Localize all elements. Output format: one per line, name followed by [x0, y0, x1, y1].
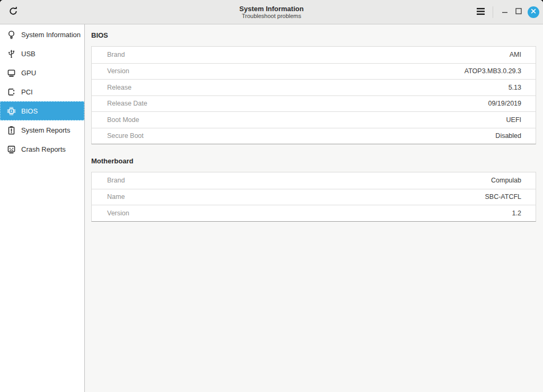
table-row: Brand Compulab: [92, 172, 536, 189]
sidebar: System Information USB GPU PCI BIOS Syst…: [0, 24, 85, 392]
info-table: Brand AMI Version ATOP3.MB3.0.29.3 Relea…: [91, 46, 536, 144]
table-row: Version ATOP3.MB3.0.29.3: [92, 63, 536, 80]
sidebar-item-bios[interactable]: BIOS: [0, 101, 84, 120]
sidebar-item-usb[interactable]: USB: [0, 44, 84, 63]
row-label: Release: [107, 84, 132, 91]
row-label: Brand: [107, 177, 125, 184]
sidebar-item-gpu[interactable]: GPU: [0, 63, 84, 82]
refresh-button[interactable]: [4, 3, 22, 21]
monitor-icon: [7, 68, 16, 77]
row-label: Version: [107, 67, 129, 75]
row-label: Version: [107, 210, 129, 217]
maximize-button[interactable]: [512, 5, 526, 19]
usb-icon: [7, 49, 16, 58]
sidebar-item-crash-reports[interactable]: Crash Reports: [0, 140, 84, 159]
row-value: SBC-ATCFL: [485, 193, 521, 201]
clipboard-report-icon: [7, 126, 16, 135]
sidebar-item-label: PCI: [21, 88, 33, 96]
row-value: 5.13: [509, 84, 521, 91]
hamburger-menu-icon: [476, 7, 485, 17]
table-row: Name SBC-ATCFL: [92, 189, 536, 205]
row-label: Secure Boot: [107, 132, 144, 140]
sidebar-item-pci[interactable]: PCI: [0, 82, 84, 101]
section-title: BIOS: [91, 31, 536, 39]
table-row: Version 1.2: [92, 205, 536, 221]
titlebar: System Information Troubleshoot problems: [0, 0, 543, 24]
section-bios: BIOS Brand AMI Version ATOP3.MB3.0.29.3 …: [91, 31, 536, 144]
info-table: Brand Compulab Name SBC-ATCFL Version 1.…: [91, 172, 536, 222]
minimize-icon: [501, 7, 509, 16]
table-row: Boot Mode UEFI: [92, 111, 536, 128]
row-value: 1.2: [512, 210, 521, 217]
row-value: Compulab: [491, 177, 521, 184]
row-value: ATOP3.MB3.0.29.3: [465, 67, 521, 75]
sidebar-item-label: System Information: [21, 31, 81, 39]
app-window: System Information Troubleshoot problems: [0, 0, 543, 392]
sidebar-item-label: USB: [21, 50, 36, 58]
refresh-icon: [8, 6, 18, 18]
minimize-button[interactable]: [498, 5, 512, 19]
sidebar-item-system-information[interactable]: System Information: [0, 25, 84, 44]
titlebar-separator: [493, 6, 493, 18]
app-body: System Information USB GPU PCI BIOS Syst…: [0, 24, 543, 392]
section-title: Motherboard: [91, 157, 536, 165]
table-row: Secure Boot Disabled: [92, 128, 536, 144]
sidebar-item-label: GPU: [21, 69, 36, 77]
table-row: Release Date 09/19/2019: [92, 95, 536, 112]
row-label: Name: [107, 193, 125, 201]
row-label: Boot Mode: [107, 116, 139, 124]
row-value: Disabled: [495, 132, 521, 140]
row-label: Brand: [107, 51, 125, 58]
maximize-icon: [515, 7, 522, 16]
row-value: 09/19/2019: [488, 100, 521, 107]
close-icon: [530, 8, 537, 16]
crash-face-icon: [7, 145, 16, 154]
window-title: System Information: [239, 5, 303, 13]
sidebar-item-system-reports[interactable]: System Reports: [0, 120, 84, 140]
content-pane: BIOS Brand AMI Version ATOP3.MB3.0.29.3 …: [85, 24, 543, 392]
pci-card-icon: [7, 88, 16, 97]
sidebar-item-label: System Reports: [21, 126, 70, 134]
window-subtitle: Troubleshoot problems: [242, 13, 301, 20]
menu-button[interactable]: [472, 4, 488, 20]
sidebar-item-label: Crash Reports: [21, 145, 66, 153]
table-row: Brand AMI: [92, 47, 536, 63]
chip-icon: [7, 107, 16, 116]
table-row: Release 5.13: [92, 79, 536, 95]
row-label: Release Date: [107, 100, 147, 107]
sidebar-item-label: BIOS: [21, 107, 38, 115]
lightbulb-icon: [7, 30, 16, 39]
row-value: UEFI: [506, 116, 521, 124]
close-button[interactable]: [528, 6, 539, 18]
section-motherboard: Motherboard Brand Compulab Name SBC-ATCF…: [91, 157, 536, 222]
titlebar-controls: [472, 0, 539, 24]
title-block: System Information Troubleshoot problems: [0, 0, 543, 24]
row-value: AMI: [510, 51, 521, 58]
